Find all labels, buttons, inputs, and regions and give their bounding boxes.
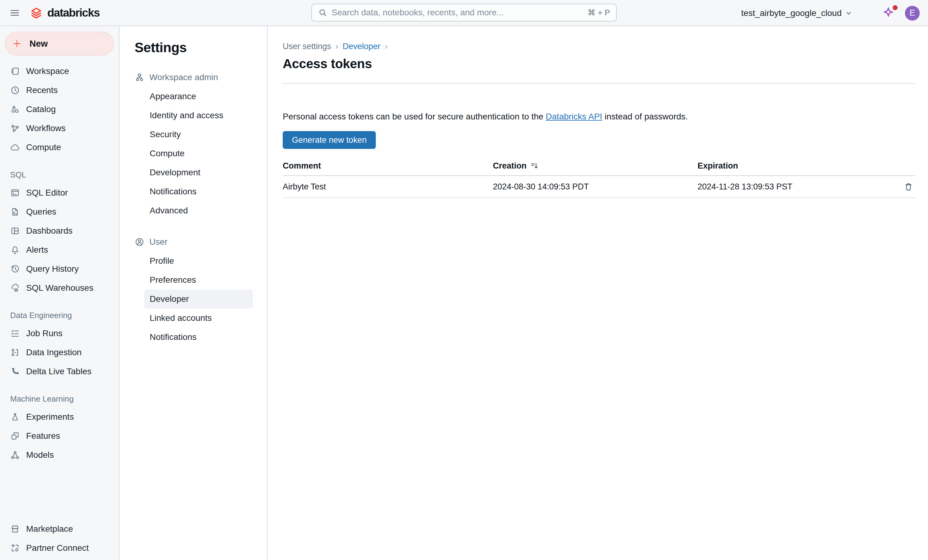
sidebar-item-data-ingestion[interactable]: Data Ingestion <box>0 343 119 362</box>
databricks-logo[interactable]: databricks <box>29 6 99 20</box>
settings-item-security[interactable]: Security <box>144 125 253 144</box>
settings-item-profile[interactable]: Profile <box>144 251 253 271</box>
column-header-comment: Comment <box>283 161 493 171</box>
sidebar-item-label: Partner Connect <box>26 543 89 553</box>
settings-item-notifications-admin[interactable]: Notifications <box>144 182 253 201</box>
settings-item-label: Preferences <box>150 275 196 285</box>
sidebar-item-catalog[interactable]: Catalog <box>0 100 119 119</box>
sidebar-item-sql-editor[interactable]: SQL Editor <box>0 183 119 202</box>
plus-icon <box>12 38 22 49</box>
search-icon <box>318 8 327 17</box>
sidebar-section-data-engineering: Data Engineering <box>0 307 119 324</box>
models-network-icon <box>10 450 20 460</box>
sidebar-section-sql: SQL <box>0 166 119 183</box>
sidebar-item-query-history[interactable]: Query History <box>0 259 119 278</box>
new-button-label: New <box>29 39 48 49</box>
settings-item-label: Developer <box>150 294 189 304</box>
settings-item-label: Development <box>150 167 200 178</box>
global-search-input[interactable]: Search data, notebooks, recents, and mor… <box>311 4 617 21</box>
settings-item-label: Identity and access <box>150 111 223 120</box>
query-history-icon <box>10 264 20 274</box>
sql-warehouses-icon <box>10 283 20 293</box>
settings-item-appearance[interactable]: Appearance <box>144 87 253 106</box>
sidebar-item-recents[interactable]: Recents <box>0 81 119 100</box>
sidebar-item-marketplace[interactable]: Marketplace <box>0 519 119 539</box>
settings-item-label: Notifications <box>150 187 197 196</box>
settings-group-label: Workspace admin <box>150 73 218 82</box>
chevron-down-icon <box>845 9 853 17</box>
workspace-selector[interactable]: test_airbyte_google_cloud <box>741 8 853 18</box>
sidebar-item-label: Workspace <box>26 66 69 76</box>
databricks-logo-icon <box>29 6 44 20</box>
sidebar-item-label: Features <box>26 431 60 441</box>
breadcrumb-separator-icon: › <box>385 41 388 51</box>
generate-new-token-button[interactable]: Generate new token <box>283 131 376 149</box>
delete-token-button[interactable] <box>902 180 915 193</box>
notification-dot <box>893 5 897 10</box>
settings-group-user: User <box>134 233 267 251</box>
marketplace-storefront-icon <box>10 524 20 534</box>
settings-item-identity-and-access[interactable]: Identity and access <box>144 106 253 125</box>
settings-item-advanced[interactable]: Advanced <box>144 201 253 220</box>
assistant-button[interactable] <box>881 6 896 21</box>
sidebar-item-sql-warehouses[interactable]: SQL Warehouses <box>0 278 119 297</box>
settings-item-compute[interactable]: Compute <box>144 144 253 163</box>
databricks-api-link[interactable]: Databricks API <box>546 112 602 121</box>
settings-item-notifications-user[interactable]: Notifications <box>144 327 253 347</box>
experiments-flask-icon <box>10 412 20 422</box>
sidebar-item-dashboards[interactable]: Dashboards <box>0 221 119 240</box>
main-content: User settings › Developer › Access token… <box>268 26 928 560</box>
settings-item-label: Appearance <box>150 91 196 101</box>
sidebar-item-job-runs[interactable]: Job Runs <box>0 324 119 343</box>
user-circle-icon <box>134 237 144 247</box>
sidebar-item-label: Data Ingestion <box>26 347 82 358</box>
sidebar-footer: Marketplace Partner Connect <box>0 519 119 557</box>
settings-item-linked-accounts[interactable]: Linked accounts <box>144 309 253 327</box>
workspace-name: test_airbyte_google_cloud <box>741 8 842 18</box>
breadcrumb-developer[interactable]: Developer <box>343 42 380 51</box>
description-prefix: Personal access tokens can be used for s… <box>283 112 546 121</box>
new-button[interactable]: New <box>5 32 114 56</box>
column-header-creation[interactable]: Creation <box>493 161 698 171</box>
trash-icon <box>904 182 913 192</box>
settings-item-preferences[interactable]: Preferences <box>144 271 253 289</box>
sort-descending-icon <box>530 162 539 170</box>
sidebar-item-partner-connect[interactable]: Partner Connect <box>0 539 119 557</box>
sidebar-item-label: Workflows <box>26 123 66 133</box>
settings-group-workspace-admin: Workspace admin <box>134 68 267 87</box>
sidebar-item-workflows[interactable]: Workflows <box>0 119 119 138</box>
token-expiration-cell: 2024-11-28 13:09:53 PST <box>698 182 897 192</box>
sidebar-item-label: Alerts <box>26 245 48 255</box>
workspace-icon <box>10 66 20 76</box>
sidebar-item-alerts[interactable]: Alerts <box>0 240 119 259</box>
sidebar-item-experiments[interactable]: Experiments <box>0 408 119 426</box>
settings-item-label: Profile <box>150 256 174 266</box>
job-runs-checklist-icon <box>10 329 20 338</box>
sidebar-item-queries[interactable]: Queries <box>0 202 119 221</box>
sidebar-item-label: Job Runs <box>26 329 63 338</box>
sql-editor-icon <box>10 188 20 198</box>
settings-item-label: Security <box>150 129 181 139</box>
access-tokens-table: Comment Creation Expiration Airbyte Test… <box>283 156 915 198</box>
settings-group-label: User <box>150 237 168 247</box>
sidebar-item-label: Compute <box>26 143 61 152</box>
search-placeholder: Search data, notebooks, recents, and mor… <box>331 8 583 17</box>
hamburger-menu-button[interactable] <box>8 6 21 20</box>
settings-item-developer[interactable]: Developer <box>144 289 253 309</box>
alerts-bell-icon <box>10 245 20 255</box>
topbar-right-group: test_airbyte_google_cloud E <box>741 0 920 26</box>
sidebar-item-features[interactable]: Features <box>0 426 119 446</box>
sidebar-item-delta-live-tables[interactable]: Delta Live Tables <box>0 362 119 381</box>
features-icon <box>10 431 20 441</box>
breadcrumb-user-settings[interactable]: User settings <box>283 42 331 51</box>
sidebar-item-models[interactable]: Models <box>0 446 119 464</box>
workspace-admin-org-icon <box>134 73 144 82</box>
sidebar-item-workspace[interactable]: Workspace <box>0 62 119 81</box>
settings-item-development[interactable]: Development <box>144 163 253 182</box>
sidebar-item-compute[interactable]: Compute <box>0 138 119 157</box>
settings-title: Settings <box>134 40 267 56</box>
table-header-row: Comment Creation Expiration <box>283 156 915 176</box>
sidebar-item-label: Delta Live Tables <box>26 367 92 376</box>
breadcrumb: User settings › Developer › <box>283 41 915 51</box>
user-avatar[interactable]: E <box>905 6 920 21</box>
